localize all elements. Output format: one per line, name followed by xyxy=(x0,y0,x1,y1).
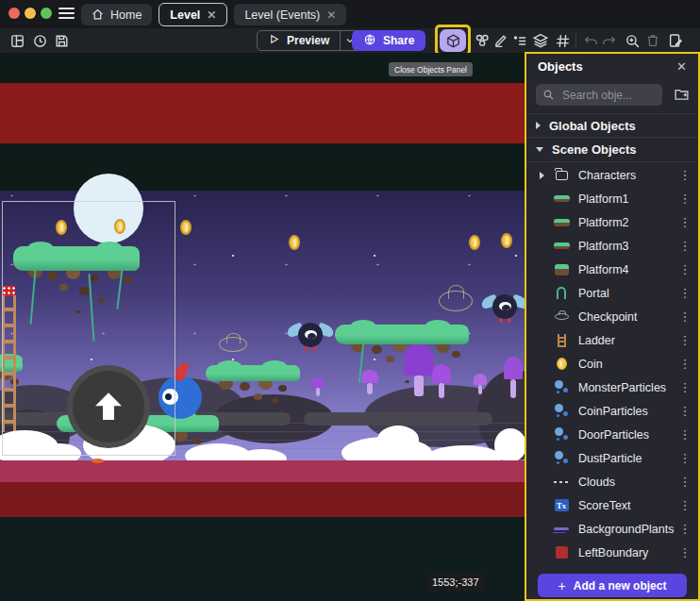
item-menu-icon[interactable]: ⋮ xyxy=(677,309,692,324)
item-menu-icon[interactable]: ⋮ xyxy=(677,522,692,536)
tab-home[interactable]: Home xyxy=(81,4,152,25)
objects-panel-title: Objects xyxy=(538,59,676,74)
tab-label: Level (Events) xyxy=(244,8,320,22)
close-icon[interactable]: ✕ xyxy=(676,59,687,74)
coin-icon xyxy=(557,358,567,370)
object-item-platform4[interactable]: Platform4 ⋮ xyxy=(526,258,698,281)
search-icon xyxy=(542,89,555,101)
red-square-icon xyxy=(556,546,568,559)
preview-button[interactable]: Preview xyxy=(257,30,360,51)
bat-monster-object[interactable] xyxy=(483,294,526,326)
edit-scene-icon[interactable] xyxy=(667,31,686,50)
object-item-portal[interactable]: Portal ⋮ xyxy=(526,281,698,305)
object-item-leftboundary[interactable]: LeftBoundary ⋮ xyxy=(526,541,698,564)
zoom-in-icon[interactable] xyxy=(623,31,642,50)
share-button[interactable]: Share xyxy=(352,30,425,51)
window-close-button[interactable] xyxy=(8,8,20,19)
moon-object[interactable] xyxy=(74,174,143,243)
platform-object[interactable] xyxy=(335,325,469,344)
delete-icon[interactable] xyxy=(643,31,662,50)
tab-level-events[interactable]: Level (Events) ✕ xyxy=(234,4,346,25)
item-menu-icon[interactable]: ⋮ xyxy=(677,333,692,347)
object-item-clouds[interactable]: Clouds ⋮ xyxy=(526,470,698,493)
object-item-dustparticle[interactable]: DustParticle ⋮ xyxy=(526,446,698,470)
object-item-checkpoint[interactable]: Checkpoint ⋮ xyxy=(526,305,698,328)
layout-panels-icon[interactable] xyxy=(8,31,26,50)
object-item-coin[interactable]: Coin ⋮ xyxy=(526,352,698,376)
item-menu-icon[interactable]: ⋮ xyxy=(677,545,692,559)
edit-pencil-icon[interactable] xyxy=(492,31,510,50)
coin-object[interactable] xyxy=(180,220,192,235)
item-menu-icon[interactable]: ⋮ xyxy=(677,475,692,489)
platform-object[interactable] xyxy=(13,246,140,271)
objects-panel-toggle-button[interactable] xyxy=(440,29,466,52)
section-global-objects[interactable]: Global Objects xyxy=(526,113,698,138)
tooltip-close-objects-panel: Close Objects Panel xyxy=(389,62,473,76)
section-scene-objects[interactable]: Scene Objects xyxy=(526,138,698,162)
grid-icon[interactable] xyxy=(553,31,572,50)
instance-properties-icon[interactable] xyxy=(510,31,529,50)
tab-close-icon[interactable]: ✕ xyxy=(326,9,336,21)
play-icon xyxy=(268,33,280,48)
object-item-coinparticles[interactable]: CoinParticles ⋮ xyxy=(526,399,698,423)
add-folder-icon[interactable] xyxy=(674,86,690,106)
share-label: Share xyxy=(383,34,414,47)
window-minimize-button[interactable] xyxy=(25,8,36,19)
object-groups-icon[interactable] xyxy=(473,31,492,50)
item-menu-icon[interactable]: ⋮ xyxy=(677,286,692,300)
coin-object[interactable] xyxy=(469,235,480,250)
item-menu-icon[interactable]: ⋮ xyxy=(677,451,692,465)
object-item-monsterparticles[interactable]: MonsterParticles ⋮ xyxy=(526,376,698,399)
search-box[interactable] xyxy=(536,84,662,106)
coin-object[interactable] xyxy=(114,219,125,234)
up-arrow-icon xyxy=(89,387,128,426)
item-menu-icon[interactable]: ⋮ xyxy=(677,380,692,394)
redo-icon[interactable] xyxy=(599,31,618,50)
coin-object[interactable] xyxy=(56,220,67,235)
blue-monster-object[interactable] xyxy=(158,376,202,419)
particles-icon xyxy=(554,380,570,394)
tab-level[interactable]: Level ✕ xyxy=(158,3,227,26)
coin-object[interactable] xyxy=(289,235,300,250)
ground-bar xyxy=(304,412,492,426)
save-icon[interactable] xyxy=(52,31,71,50)
search-input[interactable] xyxy=(560,88,656,103)
object-item-characters[interactable]: Characters ⋮ xyxy=(526,163,698,187)
add-new-object-button[interactable]: + Add a new object xyxy=(538,574,687,597)
tab-close-icon[interactable]: ✕ xyxy=(207,9,216,21)
object-item-platform2[interactable]: Platform2 ⋮ xyxy=(526,210,698,234)
checkpoint-icon xyxy=(555,313,569,320)
coin-object[interactable] xyxy=(501,233,512,248)
item-menu-icon[interactable]: ⋮ xyxy=(677,404,692,418)
objects-list: Characters ⋮ Platform1 ⋮ Platform2 ⋮ Pla… xyxy=(526,163,698,564)
item-menu-icon[interactable]: ⋮ xyxy=(677,262,692,276)
item-menu-icon[interactable]: ⋮ xyxy=(677,192,692,206)
item-menu-icon[interactable]: ⋮ xyxy=(677,168,692,182)
object-item-platform1[interactable]: Platform1 ⋮ xyxy=(526,187,698,210)
layers-icon[interactable] xyxy=(531,31,550,50)
platform-object[interactable] xyxy=(206,365,300,381)
platform-thumbnail-icon xyxy=(554,242,570,249)
history-icon[interactable] xyxy=(30,31,49,50)
mushroom xyxy=(404,343,434,396)
toolbar-divider xyxy=(575,33,576,48)
jump-control-object[interactable] xyxy=(67,365,150,448)
home-icon xyxy=(92,8,104,21)
ladder-object[interactable] xyxy=(2,295,16,432)
item-menu-icon[interactable]: ⋮ xyxy=(677,427,692,442)
object-item-backgroundplants[interactable]: BackgroundPlants ⋮ xyxy=(526,517,698,541)
main-menu-icon[interactable] xyxy=(58,8,75,20)
item-menu-icon[interactable]: ⋮ xyxy=(677,357,692,371)
particles-icon xyxy=(554,404,570,418)
window-zoom-button[interactable] xyxy=(41,8,52,19)
object-item-ladder[interactable]: Ladder ⋮ xyxy=(526,328,698,352)
item-menu-icon[interactable]: ⋮ xyxy=(677,239,692,253)
item-menu-icon[interactable]: ⋮ xyxy=(677,215,692,229)
object-item-scoretext[interactable]: Tx ScoreText ⋮ xyxy=(526,493,698,517)
gdevelop-window: Home Level ✕ Level (Events) ✕ Preview xyxy=(0,0,700,601)
object-item-platform3[interactable]: Platform3 ⋮ xyxy=(526,234,698,258)
item-menu-icon[interactable]: ⋮ xyxy=(677,498,692,512)
object-item-doorparticles[interactable]: DoorParticles ⋮ xyxy=(526,423,698,446)
bat-monster-object[interactable] xyxy=(289,323,332,355)
undo-icon[interactable] xyxy=(581,31,600,50)
